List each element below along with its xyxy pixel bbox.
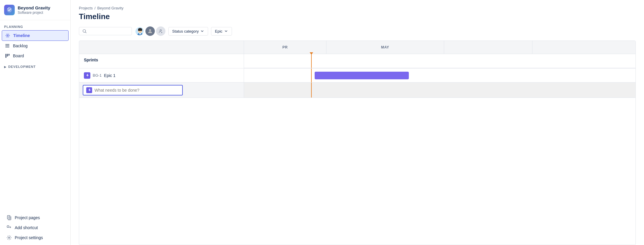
month-apr: PR — [244, 41, 326, 54]
project-settings-label: Project settings — [15, 235, 43, 240]
month-extra — [444, 41, 532, 54]
svg-rect-2 — [5, 46, 9, 46]
timeline-grid: PR MAY Sprints — [79, 41, 636, 245]
svg-point-19 — [149, 29, 151, 31]
bottom-nav-list: Project pages Add shortcut — [2, 213, 69, 243]
add-avatar-button[interactable] — [156, 26, 165, 36]
chevron-right-icon: ▶ — [4, 65, 6, 68]
status-category-filter[interactable]: Status category — [168, 27, 208, 36]
page-header: Projects / Beyond Gravity Timeline — [71, 0, 644, 26]
breadcrumb-separator: / — [94, 6, 96, 10]
planning-section-label: PLANNING — [0, 20, 70, 30]
avatar-group — [135, 26, 165, 36]
page-title: Timeline — [79, 12, 636, 21]
epic-filter[interactable]: Epic — [211, 27, 232, 36]
backlog-icon — [5, 43, 10, 48]
month-may: MAY — [326, 41, 444, 54]
svg-point-20 — [160, 30, 161, 31]
svg-rect-8 — [7, 226, 9, 227]
toolbar: Status category Epic — [71, 26, 644, 41]
svg-point-17 — [141, 31, 141, 31]
sidebar-item-timeline[interactable]: Timeline — [2, 30, 69, 41]
new-task-input[interactable] — [94, 88, 179, 93]
svg-point-0 — [7, 35, 8, 36]
svg-point-9 — [9, 237, 10, 239]
avatar-user[interactable] — [135, 26, 144, 36]
add-shortcut-icon — [6, 225, 12, 230]
today-line-epic — [311, 68, 312, 82]
epic-id: BG-1 — [93, 73, 102, 78]
breadcrumb: Projects / Beyond Gravity — [79, 6, 636, 10]
epic-name: Epic 1 — [104, 73, 115, 78]
new-task-input-box[interactable] — [83, 85, 183, 95]
project-settings-icon — [6, 235, 12, 240]
timeline-month-headers: PR MAY — [79, 41, 635, 54]
svg-rect-3 — [5, 47, 9, 47]
svg-rect-15 — [138, 29, 142, 31]
project-name: Beyond Gravity — [18, 5, 50, 11]
planning-nav: Timeline Backlog Board — [0, 30, 70, 61]
backlog-nav-label: Backlog — [13, 43, 28, 48]
svg-point-16 — [139, 31, 140, 31]
sidebar-bottom-nav: Project pages Add shortcut — [0, 213, 70, 243]
svg-rect-5 — [7, 54, 8, 56]
epic-gantt-cell — [244, 68, 635, 82]
development-label: DEVELOPMENT — [8, 65, 36, 68]
svg-rect-18 — [139, 33, 141, 34]
epic-label: Epic — [215, 29, 222, 33]
svg-rect-4 — [5, 54, 6, 58]
today-line-input — [311, 83, 312, 98]
add-shortcut-label: Add shortcut — [15, 225, 38, 230]
main-content: Projects / Beyond Gravity Timeline — [71, 0, 644, 245]
breadcrumb-projects[interactable]: Projects — [79, 6, 93, 10]
board-icon — [5, 53, 10, 58]
project-pages-label: Project pages — [15, 215, 40, 220]
board-nav-label: Board — [13, 53, 24, 58]
sprints-row: Sprints — [79, 54, 635, 68]
project-info: Beyond Gravity Software project — [18, 5, 50, 15]
project-pages-icon — [6, 215, 12, 220]
sidebar-item-board[interactable]: Board — [2, 51, 69, 61]
sidebar: Beyond Gravity Software project PLANNING… — [0, 0, 71, 245]
new-task-gantt-cell — [244, 83, 635, 98]
epic-label-cell: BG-1 Epic 1 — [79, 68, 244, 82]
sprints-label: Sprints — [84, 58, 98, 62]
sidebar-header: Beyond Gravity Software project — [0, 0, 70, 20]
lightning-icon — [85, 73, 89, 77]
new-task-label-cell — [79, 83, 244, 98]
sprints-label-cell: Sprints — [79, 54, 244, 68]
timeline-container: PR MAY Sprints — [71, 41, 644, 245]
search-box[interactable] — [79, 27, 132, 35]
sidebar-item-project-settings[interactable]: Project settings — [4, 233, 67, 243]
svg-rect-6 — [9, 54, 10, 56]
new-task-lightning-icon — [87, 88, 91, 92]
today-line-header — [311, 54, 312, 68]
sprints-gantt-cell — [244, 54, 635, 68]
breadcrumb-project[interactable]: Beyond Gravity — [97, 6, 124, 10]
epic-badge — [84, 72, 90, 79]
avatar-placeholder[interactable] — [145, 26, 155, 36]
sidebar-item-project-pages[interactable]: Project pages — [4, 213, 67, 223]
timeline-icon — [5, 33, 10, 38]
month-header-empty — [79, 41, 244, 54]
status-category-label: Status category — [172, 29, 199, 33]
project-icon — [4, 5, 15, 15]
timeline-nav-label: Timeline — [13, 33, 30, 38]
epic-chevron-down-icon — [224, 29, 228, 33]
search-input[interactable] — [89, 29, 129, 33]
sidebar-item-add-shortcut[interactable]: Add shortcut — [4, 223, 67, 233]
search-icon — [82, 29, 87, 33]
development-section[interactable]: ▶ DEVELOPMENT — [0, 61, 70, 70]
chevron-down-icon — [200, 29, 204, 33]
project-type: Software project — [18, 11, 50, 15]
epic-gantt-bar[interactable] — [315, 72, 409, 79]
new-task-row — [79, 83, 635, 98]
new-task-badge — [86, 87, 92, 93]
epic-row: BG-1 Epic 1 — [79, 68, 635, 83]
sidebar-item-backlog[interactable]: Backlog — [2, 41, 69, 51]
today-marker — [310, 52, 313, 55]
svg-rect-1 — [5, 44, 9, 45]
